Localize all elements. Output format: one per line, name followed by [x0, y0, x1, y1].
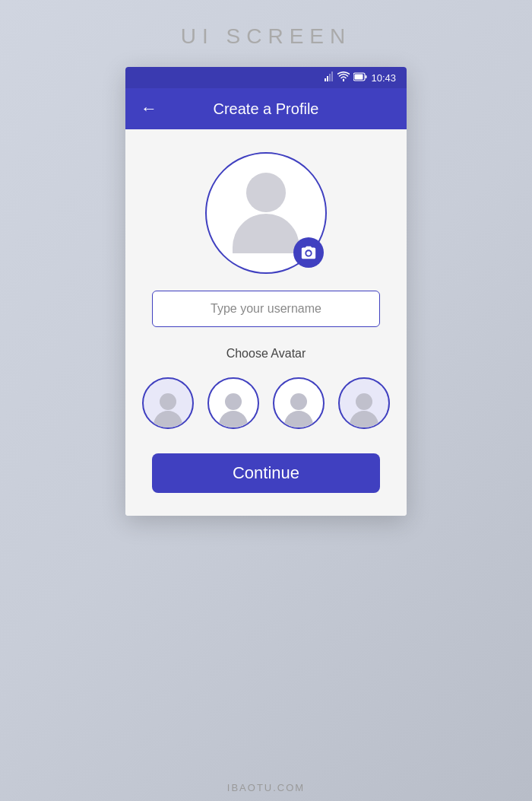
mini-head-3: [290, 393, 307, 410]
mini-head-2: [225, 393, 242, 410]
mini-avatar-1: [144, 379, 192, 428]
avatar-placeholder: [233, 173, 299, 253]
avatar-option-3[interactable]: [273, 377, 325, 429]
choose-avatar-label: Choose Avatar: [226, 347, 306, 361]
mini-avatar-4: [340, 379, 388, 428]
continue-button[interactable]: Continue: [152, 453, 380, 493]
username-input[interactable]: [152, 291, 380, 327]
app-bar-title: Create a Profile: [214, 100, 319, 118]
svg-point-7: [306, 251, 311, 256]
watermark: IBAOTU.COM: [227, 782, 305, 793]
battery-icon: [353, 72, 367, 84]
mini-body-4: [350, 411, 378, 428]
avatar-option-1[interactable]: [142, 377, 194, 429]
status-time: 10:43: [371, 72, 396, 84]
mini-head-4: [356, 393, 372, 410]
mini-body-2: [219, 411, 248, 428]
svg-marker-2: [329, 74, 331, 81]
camera-button[interactable]: [293, 237, 324, 268]
mini-head-1: [160, 393, 176, 410]
signal-icon: [325, 72, 334, 84]
svg-marker-1: [327, 76, 328, 81]
content-area: Choose Avatar: [125, 129, 407, 516]
svg-rect-6: [366, 75, 367, 78]
avatar-option-2[interactable]: [207, 377, 259, 429]
svg-marker-3: [331, 72, 333, 81]
svg-rect-5: [355, 74, 363, 79]
avatar-head-shape: [246, 173, 286, 212]
mini-avatar-2: [209, 379, 258, 428]
phone-frame: 10:43 ← Create a Profile: [125, 67, 407, 516]
mini-avatar-3: [274, 379, 323, 428]
camera-icon: [300, 244, 317, 261]
app-bar: ← Create a Profile: [125, 88, 407, 129]
wifi-icon: [337, 72, 350, 84]
status-bar: 10:43: [125, 67, 407, 88]
back-button[interactable]: ←: [138, 97, 160, 120]
avatar-upload-area: [205, 152, 327, 274]
page-title: UI SCREEN: [181, 24, 351, 49]
avatar-options: [142, 377, 390, 429]
mini-body-1: [154, 411, 182, 428]
svg-marker-0: [325, 78, 326, 81]
avatar-body-shape: [233, 214, 299, 253]
avatar-option-4[interactable]: [338, 377, 390, 429]
status-icons: 10:43: [325, 72, 396, 84]
mini-body-3: [284, 411, 313, 428]
